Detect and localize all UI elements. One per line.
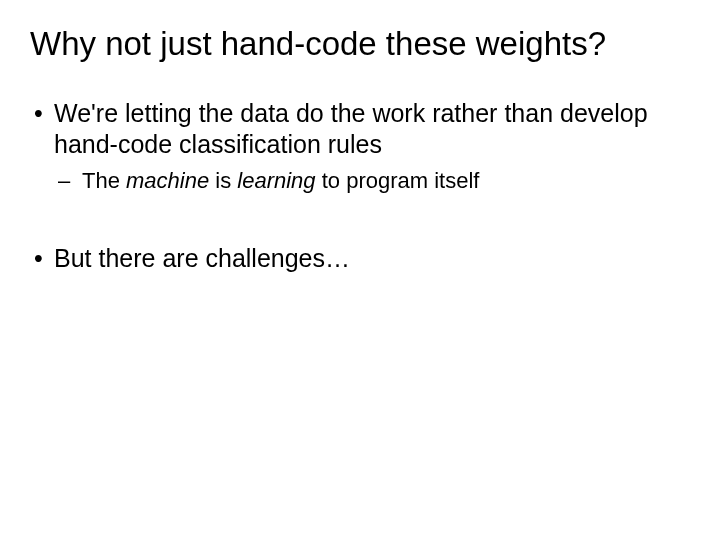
sub-bullet-1-post: to program itself bbox=[316, 168, 480, 193]
slide: Why not just hand-code these weights? We… bbox=[0, 0, 720, 540]
bullet-1: We're letting the data do the work rathe… bbox=[54, 98, 690, 195]
bullet-list-2: But there are challenges… bbox=[30, 243, 690, 274]
bullet-2-text: But there are challenges… bbox=[54, 244, 350, 272]
sub-bullet-1-pre: The bbox=[82, 168, 126, 193]
bullet-1-text: We're letting the data do the work rathe… bbox=[54, 99, 648, 158]
sub-bullet-1-em1: machine bbox=[126, 168, 209, 193]
spacer bbox=[30, 207, 690, 243]
sub-bullet-1: The machine is learning to program itsel… bbox=[82, 167, 690, 195]
sub-bullet-1-em2: learning bbox=[237, 168, 315, 193]
slide-title: Why not just hand-code these weights? bbox=[30, 26, 690, 62]
sub-bullet-list: The machine is learning to program itsel… bbox=[54, 167, 690, 195]
bullet-2: But there are challenges… bbox=[54, 243, 690, 274]
bullet-list: We're letting the data do the work rathe… bbox=[30, 98, 690, 195]
sub-bullet-1-mid: is bbox=[209, 168, 237, 193]
